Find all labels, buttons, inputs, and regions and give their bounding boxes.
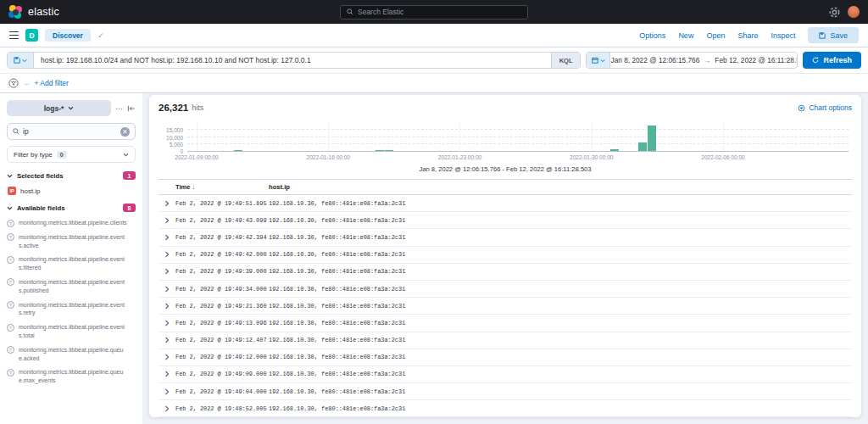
histogram-bar[interactable] xyxy=(648,126,656,151)
selected-fields-header[interactable]: Selected fields 1 xyxy=(7,171,136,180)
time-column-header[interactable]: Time↓ xyxy=(175,183,269,191)
histogram-bar[interactable] xyxy=(610,149,619,151)
expand-row-icon[interactable] xyxy=(164,251,170,258)
date-from[interactable]: Jan 8, 2022 @ 12:06:15.766 xyxy=(610,56,699,64)
clear-search-icon[interactable]: ✕ xyxy=(120,127,130,137)
brand-name: elastic xyxy=(28,6,59,18)
y-gridline xyxy=(187,129,849,130)
query-input[interactable] xyxy=(34,56,551,64)
elastic-logo[interactable] xyxy=(8,5,22,19)
field-name: monitoring.metrics.libbeat.pipeline.even… xyxy=(19,323,127,340)
host-ip-column-header[interactable]: host.ip xyxy=(269,183,852,191)
save-button[interactable]: Save xyxy=(808,27,859,43)
expand-row-icon[interactable] xyxy=(164,354,170,360)
table-row[interactable]: Feb 2, 2022 @ 19:49:42.000192.168.10.30,… xyxy=(159,247,852,264)
filter-by-type-select[interactable]: Filter by type 0 xyxy=(7,146,136,163)
available-fields-header[interactable]: Available fields 8 xyxy=(7,204,136,212)
expand-row-icon[interactable] xyxy=(164,217,170,224)
expand-row-icon[interactable] xyxy=(164,388,170,395)
expand-row-cell xyxy=(159,268,175,275)
x-axis-label: 2022-01-09 00:00 xyxy=(175,154,218,160)
breadcrumb-discover[interactable]: Discover xyxy=(45,29,91,42)
global-search[interactable] xyxy=(340,5,528,20)
field-item[interactable]: ?monitoring.metrics.libbeat.pipeline.eve… xyxy=(7,278,136,295)
histogram-bar[interactable] xyxy=(638,142,647,151)
collapse-sidebar-icon[interactable] xyxy=(127,105,136,112)
index-pattern-select[interactable]: logs-* xyxy=(7,100,111,116)
cell-host-ip: 192.168.10.30, fe80::481e:e08:fa3a:2c31 xyxy=(269,388,852,395)
expand-row-icon[interactable] xyxy=(164,303,170,310)
saved-query-menu-button[interactable] xyxy=(8,53,34,68)
refresh-button[interactable]: Refresh xyxy=(803,52,861,69)
expand-row-cell xyxy=(159,217,175,224)
histogram-bar[interactable] xyxy=(376,150,384,151)
expand-row-icon[interactable] xyxy=(164,234,170,241)
field-item[interactable]: ?monitoring.metrics.libbeat.pipeline.eve… xyxy=(7,323,136,340)
unknown-field-type-icon: ? xyxy=(7,369,14,377)
field-item[interactable]: ?monitoring.metrics.libbeat.pipeline.eve… xyxy=(7,233,136,250)
table-row[interactable]: Feb 2, 2022 @ 19:49:42.394192.168.10.30,… xyxy=(159,229,852,246)
table-row[interactable]: Feb 2, 2022 @ 19:49:21.360192.168.10.30,… xyxy=(159,298,852,315)
expand-row-icon[interactable] xyxy=(164,371,170,377)
field-search-box[interactable]: ✕ xyxy=(7,123,136,140)
field-name: monitoring.metrics.libbeat.pipeline.even… xyxy=(19,301,127,318)
histogram-bar[interactable] xyxy=(385,150,393,151)
table-row[interactable]: Feb 2, 2022 @ 19:49:39.000192.168.10.30,… xyxy=(159,264,852,281)
expand-row-icon[interactable] xyxy=(164,286,170,293)
chevron-down-icon xyxy=(7,206,13,210)
expand-row-icon[interactable] xyxy=(164,337,170,343)
global-search-input[interactable] xyxy=(358,8,521,16)
histogram-plot-area[interactable]: 05,00010,00015,0002022-01-09 00:002022-0… xyxy=(187,123,849,152)
help-icon[interactable] xyxy=(829,7,840,18)
new-link[interactable]: New xyxy=(678,31,693,40)
x-gridline xyxy=(723,123,724,151)
query-input-box[interactable]: KQL xyxy=(7,52,581,69)
field-item[interactable]: ?monitoring.metrics.libbeat.pipeline.cli… xyxy=(7,219,136,227)
query-bar: KQL Jan 8, 2022 @ 12:06:15.766 → Feb 12,… xyxy=(0,47,868,74)
app-badge[interactable]: D xyxy=(25,29,38,42)
field-item[interactable]: ?monitoring.metrics.libbeat.pipeline.eve… xyxy=(7,255,136,272)
filter-menu-icon[interactable] xyxy=(8,78,19,88)
inspect-link[interactable]: Inspect xyxy=(771,31,795,40)
date-picker[interactable]: Jan 8, 2022 @ 12:06:15.766 → Feb 12, 202… xyxy=(586,52,798,69)
table-header-row: Time↓ host.ip xyxy=(159,180,852,195)
app-toolbar: D Discover ✓ Options New Open Share Insp… xyxy=(0,24,868,47)
y-axis-label: 5,000 xyxy=(170,141,183,147)
table-row[interactable]: Feb 2, 2022 @ 19:49:34.000192.168.10.30,… xyxy=(159,281,852,298)
options-link[interactable]: Options xyxy=(639,31,665,40)
open-link[interactable]: Open xyxy=(706,31,725,40)
expand-row-icon[interactable] xyxy=(164,405,170,412)
selected-field-host-ip[interactable]: IP host.ip xyxy=(8,187,136,195)
expand-row-icon[interactable] xyxy=(164,320,170,326)
unknown-field-type-icon: ? xyxy=(7,220,14,227)
histogram-bar[interactable] xyxy=(234,150,242,151)
user-avatar[interactable] xyxy=(848,6,860,18)
share-link[interactable]: Share xyxy=(737,31,758,40)
more-options-icon[interactable]: ⋯ xyxy=(115,104,123,113)
expand-row-icon[interactable] xyxy=(164,200,170,207)
table-row[interactable]: Feb 2, 2022 @ 19:49:04.000192.168.10.30,… xyxy=(159,383,852,400)
table-row[interactable]: Feb 2, 2022 @ 19:49:43.099192.168.10.30,… xyxy=(159,212,852,229)
table-row[interactable]: Feb 2, 2022 @ 19:49:12.407192.168.10.30,… xyxy=(159,332,852,349)
date-to[interactable]: Feb 12, 2022 @ 16:11:28.503 xyxy=(715,56,798,64)
saved-query-icon xyxy=(14,57,20,64)
sort-descending-icon[interactable]: ↓ xyxy=(192,183,196,191)
table-row[interactable]: Feb 2, 2022 @ 19:48:52.005192.168.10.30,… xyxy=(159,400,852,417)
query-language-badge[interactable]: KQL xyxy=(551,53,581,68)
table-row[interactable]: Feb 2, 2022 @ 19:49:13.096192.168.10.30,… xyxy=(159,315,852,332)
field-search-input[interactable] xyxy=(23,127,117,136)
documents-table: Time↓ host.ip Feb 2, 2022 @ 19:49:51.895… xyxy=(159,179,852,417)
menu-icon[interactable] xyxy=(9,31,19,40)
add-filter-button[interactable]: + Add filter xyxy=(34,79,68,87)
table-row[interactable]: Feb 2, 2022 @ 19:49:51.895192.168.10.30,… xyxy=(159,195,852,212)
field-item[interactable]: ?monitoring.metrics.libbeat.pipeline.que… xyxy=(7,346,136,363)
table-row[interactable]: Feb 2, 2022 @ 19:49:12.000192.168.10.30,… xyxy=(159,349,852,366)
field-item[interactable]: ?monitoring.metrics.libbeat.pipeline.eve… xyxy=(7,301,136,318)
chart-options-button[interactable]: Chart options xyxy=(798,103,852,112)
field-item[interactable]: ?monitoring.metrics.libbeat.pipeline.que… xyxy=(7,368,136,385)
date-quick-select-button[interactable] xyxy=(587,53,610,68)
table-row[interactable]: Feb 2, 2022 @ 19:49:09.000192.168.10.30,… xyxy=(159,366,852,383)
cell-time: Feb 2, 2022 @ 19:49:09.000 xyxy=(175,371,269,377)
expand-row-cell xyxy=(159,337,175,343)
expand-row-icon[interactable] xyxy=(164,268,170,275)
